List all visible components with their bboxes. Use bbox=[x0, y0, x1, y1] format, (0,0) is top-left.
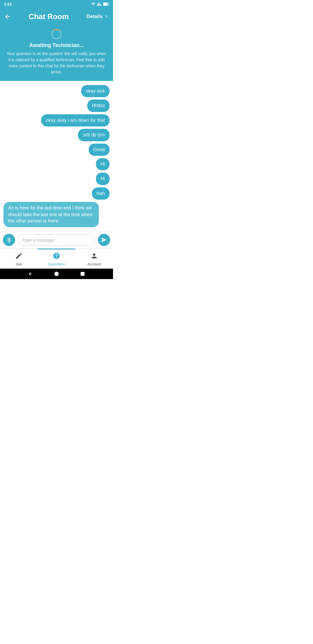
svg-rect-2 bbox=[103, 3, 107, 5]
svg-point-3 bbox=[54, 272, 59, 276]
android-back-button[interactable] bbox=[28, 271, 33, 277]
message-bubble: ;ets dp tjos bbox=[78, 129, 110, 141]
nav-item-ask[interactable]: Ask bbox=[0, 249, 38, 269]
message-bubble: Hi bbox=[96, 158, 110, 170]
svg-rect-4 bbox=[81, 272, 85, 276]
nav-label-ask: Ask bbox=[16, 262, 22, 266]
message-bubble: Hi bbox=[96, 173, 110, 185]
awaiting-title: Awaiting Technician... bbox=[6, 42, 107, 48]
android-nav-bar bbox=[0, 269, 113, 279]
nav-label-account: Account bbox=[88, 262, 101, 266]
back-button[interactable] bbox=[4, 13, 11, 20]
nav-item-account[interactable]: Account bbox=[75, 249, 113, 269]
account-icon bbox=[90, 252, 98, 261]
svg-rect-1 bbox=[108, 3, 109, 5]
header: Chat Room Details bbox=[0, 8, 113, 26]
input-bar bbox=[0, 231, 113, 248]
android-recent-button[interactable] bbox=[80, 271, 85, 277]
question-icon bbox=[53, 252, 60, 261]
message-bubble: Great bbox=[89, 144, 110, 156]
loading-spinner bbox=[51, 29, 62, 39]
message-bubble: okay okay i am down for that bbox=[41, 114, 110, 126]
nav-label-questions: Questions bbox=[48, 262, 65, 266]
message-bubble: Hah bbox=[92, 187, 110, 200]
send-button[interactable] bbox=[98, 234, 110, 246]
android-home-button[interactable] bbox=[54, 271, 59, 277]
awaiting-section: Awaiting Technician... Your question is … bbox=[0, 26, 113, 81]
page-title: Chat Room bbox=[29, 12, 69, 21]
attach-button[interactable] bbox=[3, 234, 15, 246]
bottom-nav: AskQuestionsAccount bbox=[0, 248, 113, 269]
status-time: 3:23 bbox=[4, 2, 12, 6]
message-bubble: An is here for the last time and I think… bbox=[3, 202, 99, 227]
message-bubble: Hhdss bbox=[87, 100, 110, 112]
status-icons bbox=[91, 2, 109, 6]
awaiting-description: Your question is on the system! We will … bbox=[6, 51, 107, 75]
message-bubble: okay sick bbox=[81, 85, 110, 97]
loading-spinner-container bbox=[6, 29, 107, 39]
message-input[interactable] bbox=[17, 234, 96, 246]
details-button[interactable]: Details bbox=[86, 14, 109, 19]
pencil-icon bbox=[15, 252, 23, 261]
chat-area: okay sickHhdssokay okay i am down for th… bbox=[0, 81, 113, 231]
status-bar: 3:23 bbox=[0, 0, 113, 8]
nav-item-questions[interactable]: Questions bbox=[38, 249, 75, 269]
